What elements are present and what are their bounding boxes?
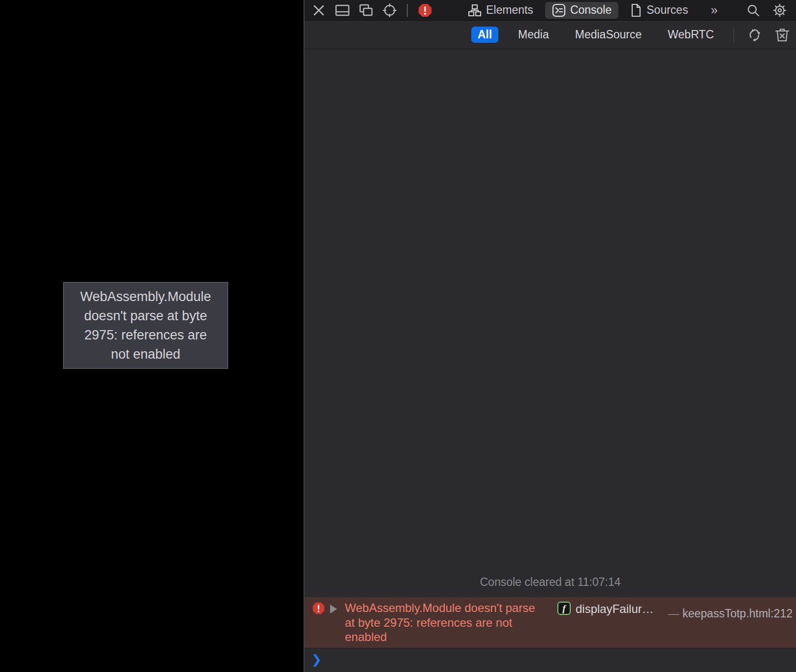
more-tabs-icon[interactable]: » bbox=[711, 3, 718, 17]
filter-webrtc[interactable]: WebRTC bbox=[661, 27, 720, 43]
error-octagon-icon bbox=[312, 602, 325, 615]
console-prompt-icon bbox=[552, 3, 566, 17]
error-message-text: WebAssembly.Module doesn't parse at byte… bbox=[345, 601, 544, 644]
tab-sources[interactable]: Sources bbox=[623, 2, 695, 19]
dock-bottom-icon[interactable] bbox=[334, 2, 351, 19]
function-badge-icon: f bbox=[557, 602, 571, 615]
tab-elements[interactable]: Elements bbox=[461, 2, 540, 19]
clear-console-icon[interactable] bbox=[775, 28, 789, 42]
console-error-row[interactable]: WebAssembly.Module doesn't parse at byte… bbox=[305, 597, 796, 648]
disclosure-triangle-icon[interactable] bbox=[330, 605, 337, 613]
console-cleared-message: Console cleared at 11:07:14 bbox=[305, 576, 796, 589]
hierarchy-icon bbox=[468, 4, 482, 17]
console-prompt-row[interactable]: ❯ bbox=[305, 649, 796, 672]
tab-label: Elements bbox=[486, 3, 533, 17]
close-icon[interactable] bbox=[310, 2, 327, 19]
console-filter-bar: All Media MediaSource WebRTC bbox=[305, 21, 796, 49]
garbage-collect-icon[interactable] bbox=[747, 28, 762, 42]
prompt-chevron-icon: ❯ bbox=[311, 652, 322, 667]
filter-all[interactable]: All bbox=[471, 27, 498, 43]
inspector-toolbar: Elements Console Sources » bbox=[305, 0, 796, 21]
settings-gear-icon[interactable] bbox=[771, 2, 788, 19]
tooltip-line: 2975: references are bbox=[64, 326, 227, 345]
document-icon bbox=[630, 3, 642, 17]
tooltip-line: WebAssembly.Module bbox=[64, 287, 227, 306]
source-location-link[interactable]: keepassTotp.html:212 bbox=[682, 607, 793, 620]
web-inspector-panel: Elements Console Sources » bbox=[304, 0, 796, 672]
tab-console[interactable]: Console bbox=[545, 2, 618, 19]
filter-bar-divider bbox=[734, 28, 734, 42]
filter-media[interactable]: Media bbox=[512, 27, 555, 43]
filter-mediasource[interactable]: MediaSource bbox=[569, 27, 648, 43]
error-source-location: — keepassTotp.html:212 bbox=[668, 607, 793, 620]
search-icon[interactable] bbox=[745, 2, 762, 19]
tab-label: Console bbox=[570, 3, 612, 17]
error-function-name: displayFailur… bbox=[576, 602, 654, 616]
element-picker-icon[interactable] bbox=[381, 2, 398, 19]
error-badge-icon[interactable] bbox=[417, 2, 433, 19]
location-separator: — bbox=[668, 607, 679, 620]
tooltip-line: not enabled bbox=[64, 345, 227, 364]
tooltip-line: doesn't parse at byte bbox=[64, 306, 227, 326]
toolbar-divider bbox=[407, 4, 408, 17]
tab-label: Sources bbox=[646, 3, 688, 17]
page-error-tooltip: WebAssembly.Module doesn't parse at byte… bbox=[63, 282, 228, 369]
dock-window-icon[interactable] bbox=[358, 2, 374, 19]
